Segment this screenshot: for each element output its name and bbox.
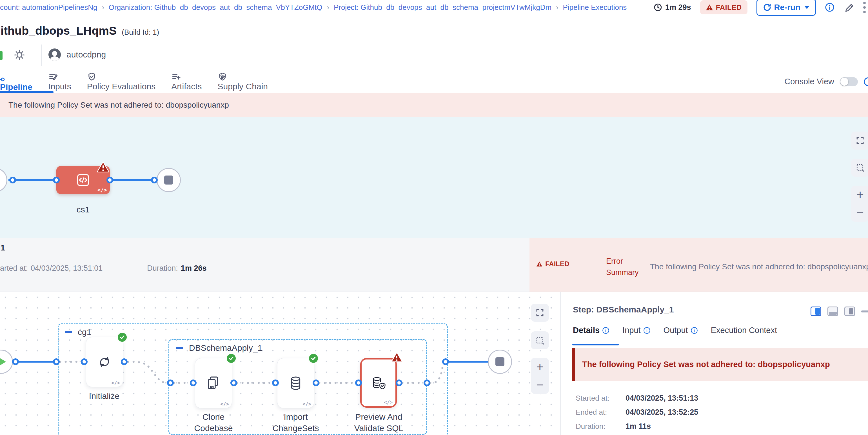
username: autocdpng — [66, 50, 106, 59]
connector-port — [396, 379, 402, 386]
build-id: (Build Id: 1) — [122, 28, 159, 37]
minimize-panel-icon[interactable] — [861, 310, 868, 312]
top-bar: count: automationPipelinesNg › Organizat… — [0, 0, 868, 14]
detail-row-ended: Ended at: 04/03/2025, 13:52:25 — [576, 408, 618, 417]
step-error-box: The following Policy Set was not adhered… — [572, 348, 868, 381]
breadcrumb-organization[interactable]: Organization: Github_db_devops_aut_db_sc… — [109, 3, 322, 12]
console-view-label: Console View — [784, 77, 834, 86]
stop-icon — [164, 176, 173, 185]
top-actions: 1m 29s FAILED Re-run — [653, 0, 866, 14]
panel-tab-output[interactable]: Output — [663, 326, 698, 335]
gear-icon[interactable] — [13, 49, 26, 61]
panel-tab-details[interactable]: Details — [573, 326, 610, 335]
connector-port — [167, 379, 174, 386]
connector-port — [9, 177, 16, 183]
breadcrumb-account[interactable]: count: automationPipelinesNg — [0, 3, 97, 12]
tab-inputs[interactable]: Inputs — [48, 72, 71, 91]
connector-port — [151, 177, 158, 183]
artifacts-icon — [171, 72, 202, 82]
step-label-preview-validate-sql: Preview And Validate SQL — [342, 411, 415, 434]
step-node-initialize[interactable]: </> — [86, 337, 123, 387]
panel-tab-execution-context[interactable]: Execution Context — [711, 326, 777, 335]
step-panel-title: Step: DBSchemaApply_1 — [573, 305, 674, 314]
info-icon — [602, 327, 610, 334]
code-glyph: </> — [384, 400, 393, 405]
chevron-right-icon: › — [327, 3, 329, 11]
tab-bar: Pipeline Inputs Policy Evaluations — [0, 70, 868, 94]
layout-bottom-panel-icon[interactable] — [828, 307, 838, 316]
detail-value: 04/03/2025, 13:52:25 — [625, 408, 698, 417]
code-glyph: </> — [97, 187, 107, 193]
step-node-import-changesets[interactable]: </> — [277, 358, 314, 408]
console-view-control: Console View — [784, 70, 868, 93]
success-badge-icon — [116, 331, 128, 343]
execution-section: cg1 DBSchemaApply_1 — [0, 291, 868, 435]
pipeline-header: ithub_dbops_LHqmS (Build Id: 1) — [1, 24, 159, 37]
tab-supply-chain[interactable]: Supply Chain — [218, 72, 268, 91]
warning-triangle-icon — [706, 4, 713, 11]
step-node-clone-codebase[interactable]: </> — [195, 358, 232, 408]
module-badge — [0, 51, 3, 60]
step-error-message: The following Policy Set was not adhered… — [575, 360, 830, 369]
success-badge-icon — [308, 352, 319, 364]
elapsed-time: 1m 29s — [653, 3, 691, 12]
panel-layout-controls — [810, 307, 868, 316]
duration-value: 1m 26s — [181, 264, 207, 273]
more-options-icon[interactable] — [863, 2, 866, 13]
rerun-button[interactable]: Re-run — [756, 0, 816, 16]
info-icon[interactable] — [864, 77, 868, 87]
detail-row-started: Started at: 04/03/2025, 13:51:13 — [576, 394, 618, 403]
policy-banner-text: The following Policy Set was not adhered… — [8, 93, 229, 117]
fail-status: FAILED — [536, 260, 569, 268]
step-node-preview-validate-sql[interactable]: </> — [360, 358, 397, 408]
connector-port — [313, 379, 319, 386]
code-glyph: </> — [111, 380, 120, 386]
tab-artifacts[interactable]: Artifacts — [171, 72, 202, 91]
supply-chain-icon — [218, 72, 268, 82]
execution-end-node — [488, 350, 512, 374]
import-changesets-icon — [287, 375, 304, 391]
info-icon — [643, 327, 651, 334]
console-view-toggle[interactable] — [840, 77, 858, 86]
tab-pipeline-label: Pipeline — [0, 82, 32, 92]
detail-label: Started at: — [576, 394, 618, 403]
tab-artifacts-label: Artifacts — [171, 82, 202, 91]
stage-tab[interactable]: 1 — [1, 243, 5, 252]
failed-badge-icon — [96, 161, 110, 173]
connector-port — [12, 359, 19, 365]
page-title: ithub_dbops_LHqmS — [1, 24, 117, 37]
shield-check-icon — [87, 72, 155, 82]
layout-split-right-icon[interactable] — [810, 307, 821, 316]
tab-policy-evaluations[interactable]: Policy Evaluations — [87, 72, 155, 91]
breadcrumb-pipeline-executions[interactable]: Pipeline Executions — [563, 3, 627, 12]
stage-graph-canvas[interactable]: </> cs1 + − — [0, 117, 868, 238]
connector-port — [53, 359, 60, 365]
tab-pipeline[interactable]: Pipeline — [0, 71, 32, 92]
breadcrumb-project[interactable]: Project: Github_db_devops_aut_db_schema_… — [334, 3, 552, 12]
edit-pencil-icon[interactable] — [843, 2, 854, 13]
connector-port — [121, 359, 128, 365]
tab-inputs-label: Inputs — [48, 82, 71, 91]
warning-triangle-icon — [536, 261, 542, 267]
chevron-right-icon: › — [556, 3, 558, 11]
connector-port — [106, 177, 113, 183]
stage-summary-bar: 1 arted at: 04/03/2025, 13:51:01 Duratio… — [0, 238, 868, 291]
panel-tabs: Details Input Output — [573, 326, 777, 335]
pipeline-execution-screen: count: automationPipelinesNg › Organizat… — [0, 0, 868, 435]
inputs-icon — [48, 72, 71, 82]
step-graph-canvas[interactable]: cg1 DBSchemaApply_1 — [0, 292, 560, 435]
layout-right-panel-icon[interactable] — [844, 307, 855, 316]
initialize-icon — [96, 354, 113, 370]
breadcrumb: count: automationPipelinesNg › Organizat… — [0, 3, 627, 12]
panel-tab-input[interactable]: Input — [622, 326, 651, 335]
started-at-value: 04/03/2025, 13:51:01 — [31, 264, 102, 273]
play-icon — [0, 357, 6, 367]
connector-port — [230, 379, 237, 386]
code-glyph: </> — [220, 401, 229, 407]
pipeline-icon — [0, 72, 32, 82]
play-icon — [0, 175, 0, 185]
step-label-import-changesets: Import ChangeSets — [262, 411, 330, 434]
detail-row-duration: Duration: 1m 11s — [576, 422, 618, 431]
info-icon[interactable] — [825, 3, 835, 12]
elapsed-value: 1m 29s — [665, 3, 691, 12]
